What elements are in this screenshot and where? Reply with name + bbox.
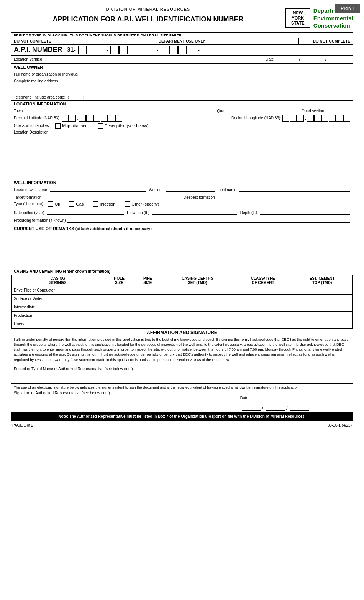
casing-cement-intermediate[interactable] (292, 303, 353, 311)
description-checkbox[interactable] (98, 123, 103, 129)
sig-date-year[interactable] (290, 410, 309, 411)
casing-pipe-production[interactable] (134, 311, 161, 320)
api-box-4[interactable] (110, 46, 119, 54)
casing-cement-production[interactable] (292, 311, 353, 320)
producing-formation-field[interactable] (67, 216, 350, 223)
casing-class-drive[interactable] (234, 286, 292, 294)
depth-field[interactable] (260, 209, 350, 215)
api-box-2[interactable] (87, 46, 95, 54)
lon-box-8[interactable] (336, 115, 343, 122)
well-no-field[interactable] (166, 186, 215, 192)
form-number: 85-16-1 (4/22) (328, 423, 352, 427)
deepest-formation-group: Deepest formation (184, 193, 350, 199)
casing-hole-liners[interactable] (104, 320, 134, 328)
api-box-1[interactable] (78, 46, 87, 54)
quad-section-field[interactable] (327, 107, 350, 113)
mailing-address-field1[interactable] (60, 77, 350, 83)
casing-row-production: Production (12, 311, 353, 320)
casing-class-intermediate[interactable] (234, 303, 292, 311)
casing-class-production[interactable] (234, 311, 292, 320)
lat-box-1[interactable] (62, 115, 69, 122)
lon-box-1[interactable] (282, 115, 289, 122)
lat-box-7[interactable] (108, 115, 115, 122)
type-other-field[interactable] (162, 201, 208, 207)
date-line-month[interactable] (277, 62, 298, 62)
api-box-10[interactable] (169, 46, 178, 54)
town-field[interactable] (26, 107, 214, 113)
lat-box-3[interactable] (79, 115, 86, 122)
casing-pipe-intermediate[interactable] (134, 303, 161, 311)
casing-pipe-liners[interactable] (134, 320, 161, 328)
api-box-12[interactable] (187, 46, 195, 54)
type-gas-checkbox[interactable] (69, 201, 74, 207)
casing-hole-drive[interactable] (104, 286, 134, 294)
target-formation-field[interactable] (44, 193, 180, 199)
casing-class-liners[interactable] (234, 320, 292, 328)
casing-hole-intermediate[interactable] (104, 303, 134, 311)
casing-class-surface[interactable] (234, 294, 292, 303)
elevation-field[interactable] (152, 209, 237, 215)
type-other-item: Other (specify) (125, 201, 208, 207)
casing-depths-surface[interactable] (161, 294, 234, 303)
lon-box-3[interactable] (297, 115, 304, 122)
casing-cement-surface[interactable] (292, 294, 353, 303)
signature-field[interactable] (14, 401, 234, 409)
lease-well-name-field[interactable] (50, 186, 147, 192)
tel-area-code[interactable] (70, 93, 82, 99)
api-box-8[interactable] (146, 46, 154, 54)
type-oil-checkbox[interactable] (48, 201, 53, 207)
well-owner-section: WELL OWNER Full name of organization or … (11, 64, 353, 92)
casing-hole-production[interactable] (104, 311, 134, 320)
lon-box-7[interactable] (329, 115, 336, 122)
lat-box-5[interactable] (93, 115, 100, 122)
sig-date-day[interactable] (266, 410, 285, 411)
casing-pipe-surface[interactable] (134, 294, 161, 303)
casing-depths-drive[interactable] (161, 286, 234, 294)
casing-header-class: CLASS/TYPEOF CEMENT (234, 275, 292, 286)
api-box-6[interactable] (128, 46, 136, 54)
casing-cement-liners[interactable] (292, 320, 353, 328)
field-name-field[interactable] (239, 186, 350, 192)
date-drilled-field[interactable] (47, 209, 124, 215)
api-box-11[interactable] (178, 46, 187, 54)
date-label: Date (266, 57, 274, 61)
printed-name-field[interactable] (14, 372, 350, 380)
casing-depths-production[interactable] (161, 311, 234, 320)
lat-box-4[interactable] (86, 115, 93, 122)
map-attached-group: Map attached (55, 123, 88, 129)
casing-cement-drive[interactable] (292, 286, 353, 294)
sig-date-month[interactable] (242, 410, 261, 411)
lon-box-4[interactable] (307, 115, 314, 122)
lon-box-2[interactable] (290, 115, 297, 122)
casing-pipe-drive[interactable] (134, 286, 161, 294)
current-use-area[interactable] (14, 232, 350, 266)
date-line-day[interactable] (303, 62, 324, 62)
lon-box-6[interactable] (321, 115, 328, 122)
lat-box-2[interactable] (69, 115, 76, 122)
api-box-7[interactable] (137, 46, 145, 54)
api-box-3[interactable] (96, 46, 104, 54)
api-box-5[interactable] (119, 46, 128, 54)
deepest-formation-field[interactable] (218, 193, 350, 199)
type-other-checkbox[interactable] (125, 201, 130, 207)
lat-box-6[interactable] (101, 115, 108, 122)
casing-hole-surface[interactable] (104, 294, 134, 303)
full-name-field[interactable] (80, 70, 350, 76)
mailing-address-field2[interactable] (14, 84, 350, 90)
casing-depths-intermediate[interactable] (161, 303, 234, 311)
casing-depths-liners[interactable] (161, 320, 234, 328)
location-description-area[interactable] (14, 135, 350, 177)
lon-box-9[interactable] (343, 115, 350, 122)
map-attached-checkbox[interactable] (55, 123, 61, 129)
api-box-9[interactable] (161, 46, 169, 54)
api-box-13[interactable] (202, 46, 210, 54)
quad-field[interactable] (230, 107, 298, 113)
tel-number-field[interactable] (87, 93, 350, 99)
casing-row-intermediate: Intermediate (12, 303, 353, 311)
lon-box-5[interactable] (314, 115, 321, 122)
date-line-year[interactable] (329, 62, 350, 62)
lat-box-8[interactable] (115, 115, 122, 122)
api-box-14[interactable] (211, 46, 219, 54)
type-injection-checkbox[interactable] (93, 201, 98, 207)
print-button[interactable]: PRINT (335, 4, 360, 13)
